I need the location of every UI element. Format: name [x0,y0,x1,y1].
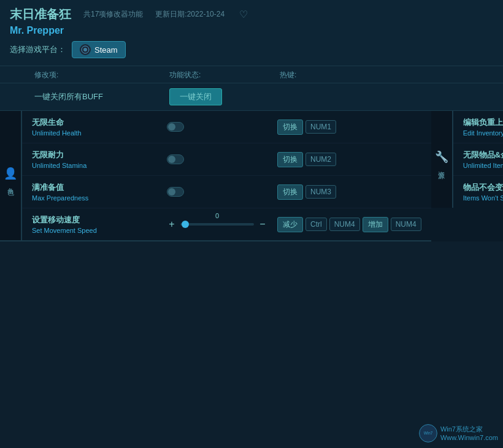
toggle-stamina[interactable] [167,154,184,164]
mod-name-zh: 物品不会变质 [463,182,503,193]
watermark-inner: Win7 Win7系统之家 Www.Winwin7.com [418,423,498,443]
mod-count: 共17项修改器功能 [83,9,143,20]
speed-slider[interactable]: 0 [180,223,254,226]
mod-name-en: Unlimited Items & Money [463,162,503,169]
mod-hotkey-col: 切换 NUM1 [277,120,336,135]
col-hotkey-header: 热键: [280,70,296,80]
hotkey-num3-key[interactable]: NUM3 [305,185,336,199]
mod-name-zh: 无限生命 [32,117,167,128]
update-date: 更新日期:2022-10-24 [155,9,225,20]
mod-hotkey-col: 切换 NUM2 [277,152,336,167]
hotkey-num1-key[interactable]: NUM1 [305,120,336,134]
svg-text:Win7: Win7 [424,431,433,435]
character-tab-label: 角色 [6,183,15,185]
hotkey-decrease-btn[interactable]: 减少 [277,217,303,232]
mod-status-col [167,122,277,132]
list-item: 物品不会变质 Items Won't Spoil 切换 NUM7 [453,176,503,208]
header-top: 末日准备狂 共17项修改器功能 更新日期:2022-10-24 ♡ [10,6,493,23]
list-item: 编辑负重上限 ★ Edit Inventory Capacity + 100 [453,111,503,143]
list-item: 满准备值 Max Preparedness 切换 NUM3 [22,176,431,208]
mod-name-en: Max Preparedness [32,194,167,202]
watermark-text: Win7系统之家 Www.Winwin7.com [440,425,498,442]
mod-name-col: 编辑负重上限 ★ Edit Inventory Capacity [463,117,503,137]
steam-label: Steam [94,45,118,55]
column-headers: 修改项: 功能状态: 热键: [0,66,503,83]
watermark: Win7 Win7系统之家 Www.Winwin7.com [418,423,498,443]
mod-name-en: Set Movement Speed [32,227,167,234]
resources-tab: 🔧 资源 [431,111,453,208]
hotkey-num2-key[interactable]: NUM2 [305,153,336,166]
header: 末日准备狂 共17项修改器功能 更新日期:2022-10-24 ♡ Mr. Pr… [0,0,503,66]
col-status-header: 功能状态: [169,70,280,80]
mod-name-zh: 设置移动速度 [32,215,167,226]
slider-plus-icon[interactable]: + [167,219,177,230]
resources-section: 🔧 资源 编辑负重上限 ★ Edit Inventory Capacity [431,111,503,208]
mod-name-en: Unlimited Health [32,129,167,137]
list-item: 无限物品&金钱 Unlimited Items & Money 切换 NUM6 [453,143,503,176]
mod-name-col: 无限生命 Unlimited Health [32,117,167,137]
steam-button[interactable]: Steam [72,41,126,58]
hotkey-toggle-btn[interactable]: 切换 [277,120,303,135]
resources-tab-label: 资源 [437,166,446,169]
win7-logo-icon: Win7 [418,423,438,443]
mod-name-en: Items Won't Spoil [463,194,503,202]
mod-status-col [167,187,277,197]
close-all-buff-button[interactable]: 一键关闭 [169,88,222,105]
hotkey-num4-dec-key[interactable]: NUM4 [329,218,360,231]
platform-label: 选择游戏平台： [10,44,66,55]
slider-value: 0 [215,212,219,219]
mod-hotkey-col: 切换 NUM3 [277,184,336,200]
hotkey-ctrl-key[interactable]: Ctrl [305,218,327,231]
hotkey-toggle-btn[interactable]: 切换 [277,152,303,167]
svg-point-1 [83,48,87,51]
mod-status-col: + 0 − [167,219,277,230]
toggle-health[interactable] [167,122,184,132]
platform-row: 选择游戏平台： Steam [10,41,493,58]
slider-minus-icon[interactable]: − [258,219,267,230]
character-items: 无限生命 Unlimited Health 切换 NUM1 无限耐力 [22,111,431,240]
mod-name-col: 满准备值 Max Preparedness [32,182,167,202]
list-item: 无限生命 Unlimited Health 切换 NUM1 [22,111,431,143]
heart-icon[interactable]: ♡ [239,9,248,20]
app-title: 末日准备狂 [10,6,71,23]
list-item: 设置移动速度 Set Movement Speed + 0 − [22,208,431,240]
resources-items: 编辑负重上限 ★ Edit Inventory Capacity + 100 [453,111,503,208]
toggle-preparedness[interactable] [167,187,184,197]
resources-icon: 🔧 [435,150,448,164]
steam-logo-icon [80,44,91,55]
list-item: 无限耐力 Unlimited Stamina 切换 NUM2 [22,143,431,176]
mod-name-col: 无限物品&金钱 Unlimited Items & Money [463,150,503,169]
mod-name-zh: 无限耐力 [32,150,167,161]
mod-name-col: 设置移动速度 Set Movement Speed [32,215,167,234]
col-mod-header: 修改项: [34,70,169,80]
mod-name-col: 物品不会变质 Items Won't Spoil [463,182,503,202]
mod-name-zh: 无限物品&金钱 [463,150,503,161]
mod-name-zh: 编辑负重上限 ★ [463,117,503,128]
character-section: 👤 角色 无限生命 Unlimited Health 切换 NUM1 [0,111,431,240]
main-content: 👤 角色 无限生命 Unlimited Health 切换 NUM1 [0,111,503,241]
mod-hotkey-col: 减少 Ctrl NUM4 增加 NUM4 [277,217,421,232]
mod-name-en: Unlimited Stamina [32,162,167,169]
mod-status-col [167,154,277,164]
game-name: Mr. Prepper [10,25,493,36]
hotkey-num4-inc-key[interactable]: NUM4 [391,218,421,231]
slider-thumb[interactable] [182,221,189,228]
mod-name-col: 无限耐力 Unlimited Stamina [32,150,167,169]
hotkey-toggle-btn[interactable]: 切换 [277,184,303,200]
character-tab: 👤 角色 [0,111,22,240]
buff-label: 一键关闭所有BUFF [34,91,169,102]
slider-row: + 0 − [167,219,277,230]
hotkey-increase-btn[interactable]: 增加 [363,217,388,232]
mod-name-en: Edit Inventory Capacity [463,129,503,137]
buff-row: 一键关闭所有BUFF 一键关闭 [0,83,503,111]
character-icon: 👤 [4,167,17,180]
mod-name-zh: 满准备值 [32,182,167,193]
